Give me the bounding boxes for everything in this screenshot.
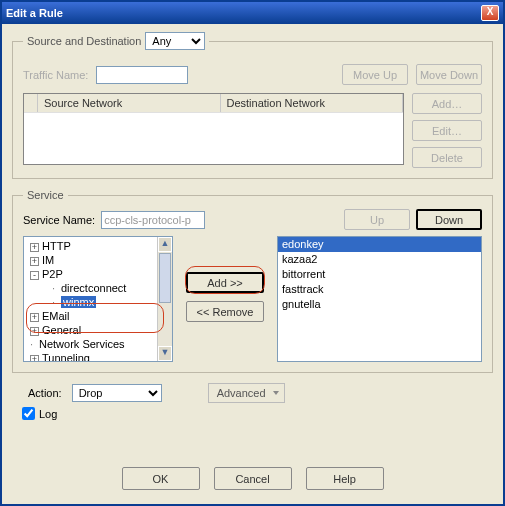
log-checkbox[interactable] (22, 407, 35, 420)
selected-services-list[interactable]: edonkey kazaa2 bittorrent fasttrack gnut… (277, 236, 482, 362)
tree-item-email[interactable]: +EMail (30, 309, 172, 323)
dialog-window: Edit a Rule X Source and Destination Any… (0, 0, 505, 506)
sd-delete-button: Delete (412, 147, 482, 168)
tree-item-p2p[interactable]: -P2P (30, 267, 172, 281)
dialog-buttons: OK Cancel Help (2, 467, 503, 490)
service-body: +HTTP +IM -P2P ·directconnect ·winmx +EM… (23, 236, 482, 362)
scroll-up-icon[interactable]: ▲ (158, 237, 172, 252)
action-select[interactable]: Drop (72, 384, 162, 402)
add-service-button[interactable]: Add >> (186, 272, 264, 293)
help-button[interactable]: Help (306, 467, 384, 490)
window-title: Edit a Rule (6, 7, 481, 19)
sd-table-wrap: Source Network Destination Network Add… … (23, 93, 482, 168)
sd-table-header: Source Network Destination Network (24, 94, 403, 113)
tree-item-im[interactable]: +IM (30, 253, 172, 267)
scroll-down-icon[interactable]: ▼ (158, 346, 172, 361)
tree-item-http[interactable]: +HTTP (30, 239, 172, 253)
move-up-button: Move Up (342, 64, 408, 85)
expand-icon[interactable]: + (30, 327, 39, 336)
tree-item-winmx[interactable]: ·winmx (30, 295, 172, 309)
traffic-row: Traffic Name: Move Up Move Down (23, 64, 482, 85)
up-button: Up (344, 209, 410, 230)
list-item[interactable]: bittorrent (278, 267, 481, 282)
advanced-button[interactable]: Advanced (208, 383, 285, 403)
scroll-thumb[interactable] (159, 253, 171, 303)
list-item[interactable]: fasttrack (278, 282, 481, 297)
transfer-buttons: Add >> << Remove (181, 236, 269, 362)
tree-item-network-services[interactable]: ·Network Services (30, 337, 172, 351)
expand-icon[interactable]: + (30, 355, 39, 362)
expand-icon[interactable]: + (30, 257, 39, 266)
log-row: Log (22, 407, 493, 420)
list-item[interactable]: kazaa2 (278, 252, 481, 267)
client-area: Source and Destination Any Traffic Name:… (2, 24, 503, 428)
sd-add-button[interactable]: Add… (412, 93, 482, 114)
service-group: Service Service Name: Up Down +HTTP +IM … (12, 189, 493, 373)
traffic-name-label: Traffic Name: (23, 69, 88, 81)
sd-col-dest: Destination Network (221, 94, 404, 112)
action-row: Action: Drop Advanced (28, 383, 493, 403)
sd-col-source: Source Network (38, 94, 221, 112)
move-down-button: Move Down (416, 64, 482, 85)
tree-scrollbar[interactable]: ▲ ▼ (157, 237, 172, 361)
sd-legend-text: Source and Destination (27, 35, 141, 47)
ok-button[interactable]: OK (122, 467, 200, 490)
close-icon[interactable]: X (481, 5, 499, 21)
sd-edit-button: Edit… (412, 120, 482, 141)
service-top-row: Service Name: Up Down (23, 209, 482, 230)
source-destination-group: Source and Destination Any Traffic Name:… (12, 32, 493, 179)
remove-service-button[interactable]: << Remove (186, 301, 264, 322)
titlebar: Edit a Rule X (2, 2, 503, 24)
sd-legend: Source and Destination Any (23, 32, 209, 50)
collapse-icon[interactable]: - (30, 271, 39, 280)
sd-scope-select[interactable]: Any (145, 32, 205, 50)
tree-item-tunneling[interactable]: +Tunneling (30, 351, 172, 362)
traffic-name-input (96, 66, 188, 84)
tree-item-general[interactable]: +General (30, 323, 172, 337)
tree-item-directconnect[interactable]: ·directconnect (30, 281, 172, 295)
protocol-tree[interactable]: +HTTP +IM -P2P ·directconnect ·winmx +EM… (23, 236, 173, 362)
action-label: Action: (28, 387, 62, 399)
sd-col-handle (24, 94, 38, 112)
expand-icon[interactable]: + (30, 243, 39, 252)
list-item[interactable]: edonkey (278, 237, 481, 252)
log-label: Log (39, 408, 57, 420)
expand-icon[interactable]: + (30, 313, 39, 322)
down-button[interactable]: Down (416, 209, 482, 230)
cancel-button[interactable]: Cancel (214, 467, 292, 490)
service-name-input (101, 211, 205, 229)
service-name-label: Service Name: (23, 214, 95, 226)
list-item[interactable]: gnutella (278, 297, 481, 312)
service-legend: Service (23, 189, 68, 201)
sd-table[interactable]: Source Network Destination Network (23, 93, 404, 165)
